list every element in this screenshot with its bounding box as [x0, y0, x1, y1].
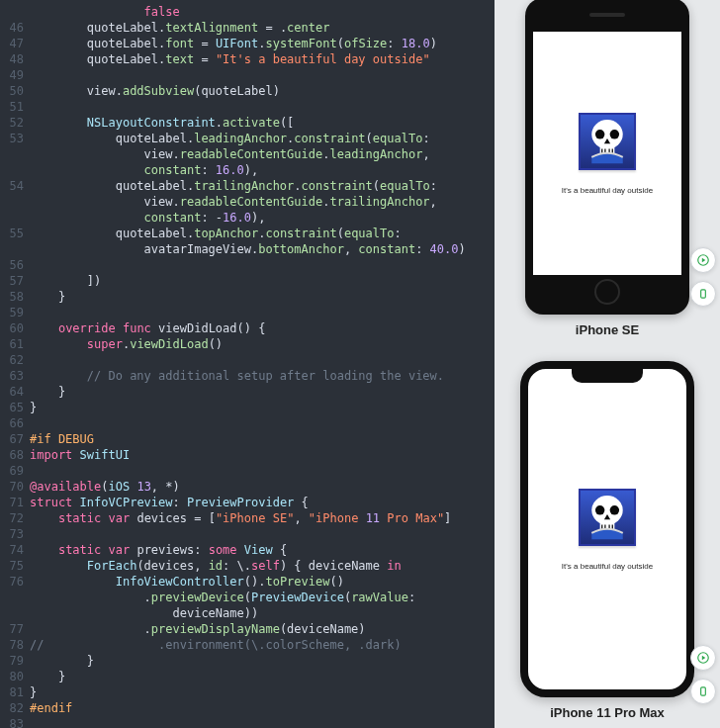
- svg-rect-11: [701, 290, 706, 298]
- svg-point-2: [595, 130, 604, 138]
- svg-rect-23: [701, 687, 706, 695]
- code-editor[interactable]: 4647484950515253545556575859606162636465…: [0, 0, 495, 728]
- svg-point-3: [610, 130, 619, 138]
- play-icon: [696, 253, 710, 267]
- line-gutter: 4647484950515253545556575859606162636465…: [0, 0, 30, 728]
- avatar: [579, 113, 636, 170]
- device-preview-se[interactable]: It's a beautiful day outside iPhone SE: [525, 0, 689, 337]
- svg-point-14: [595, 505, 604, 514]
- device-label: iPhone SE: [576, 322, 639, 337]
- play-button[interactable]: [690, 645, 716, 671]
- phone-screen: It's a beautiful day outside: [533, 32, 681, 275]
- device-button[interactable]: [690, 679, 716, 704]
- quote-label: It's a beautiful day outside: [562, 186, 653, 195]
- preview-controls-pro-max: [690, 645, 716, 704]
- skull-icon: [586, 118, 628, 163]
- phone-frame-pro-max: It's a beautiful day outside: [520, 361, 694, 697]
- quote-label: It's a beautiful day outside: [562, 562, 653, 571]
- phone-screen: It's a beautiful day outside: [528, 369, 686, 689]
- device-button[interactable]: [690, 281, 716, 307]
- phone-frame-se: It's a beautiful day outside: [525, 0, 689, 315]
- svg-point-15: [610, 505, 619, 514]
- skull-icon: [586, 494, 628, 539]
- device-icon: [696, 684, 710, 698]
- avatar: [579, 489, 636, 546]
- device-label: iPhone 11 Pro Max: [550, 705, 665, 720]
- code-area[interactable]: false quoteLabel.textAlignment = .center…: [30, 0, 495, 728]
- play-button[interactable]: [690, 247, 716, 273]
- svg-marker-10: [702, 258, 706, 263]
- preview-controls-se: [690, 247, 716, 307]
- svg-marker-22: [702, 656, 706, 661]
- device-preview-pro-max[interactable]: It's a beautiful day outside iPhone 11 P…: [520, 337, 694, 720]
- device-icon: [696, 287, 710, 301]
- play-icon: [696, 651, 710, 665]
- preview-pane: It's a beautiful day outside iPhone SE: [495, 0, 720, 728]
